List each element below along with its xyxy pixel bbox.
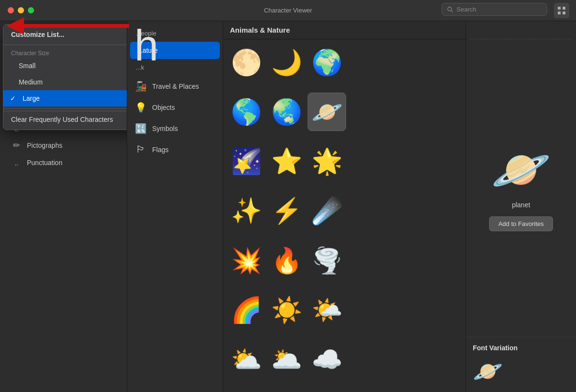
svg-rect-2 <box>558 7 561 10</box>
categories-panel: ...eople ...ature ...k 🚂 Travel & Places… <box>127 21 223 392</box>
emoji-cell[interactable]: ⭐ <box>267 143 306 181</box>
svg-point-0 <box>448 7 452 11</box>
travel-icon: 🚂 <box>134 81 147 92</box>
emoji-cell[interactable]: ☄️ <box>308 192 346 230</box>
sidebar-item-pictographs[interactable]: ✏ Pictographs <box>3 136 124 154</box>
size-medium-item[interactable]: Medium <box>3 74 127 90</box>
character-size-label: Character Size <box>3 47 127 58</box>
category-label: ...eople <box>136 30 156 37</box>
flags-icon: 🏳 <box>134 144 147 155</box>
detail-name: planet <box>512 201 530 209</box>
emoji-cell[interactable]: 🌍 <box>308 43 346 82</box>
checkmark-icon: ✓ <box>10 95 16 102</box>
category-label: Travel & Places <box>152 83 199 90</box>
emoji-cell[interactable]: 🌥️ <box>267 341 306 379</box>
emoji-cell[interactable]: 🌪️ <box>308 241 346 280</box>
emoji-cell[interactable]: ☁️ <box>308 341 346 379</box>
emoji-grid: 🌕 🌙 🌍 🌎 🌏 🪐 🌠 ⭐ 🌟 ✨ ⚡ ☄️ 💥 🔥 🌪️ 🌈 ☀️ 🌤️ … <box>223 39 466 392</box>
detail-top-border <box>470 25 572 39</box>
add-to-favorites-button[interactable]: Add to Favorites <box>489 216 553 231</box>
sidebar-item-label: Punctuation <box>27 159 62 166</box>
punctuation-icon: ,, <box>11 159 22 166</box>
category-symbols[interactable]: 🔣 Symbols <box>127 118 223 139</box>
customize-list-item[interactable]: Customize List... <box>3 26 127 43</box>
category-objects[interactable]: 💡 Objects <box>127 97 223 118</box>
emoji-cell[interactable]: 🌎 <box>227 93 265 131</box>
gear-area: ▾ Customize List... Character Size Small… <box>0 21 127 42</box>
category-people[interactable]: ...eople <box>127 25 223 42</box>
maximize-button[interactable] <box>28 7 34 13</box>
category-label: ...k <box>136 64 144 71</box>
emoji-cell[interactable]: 🌕 <box>227 43 265 82</box>
symbols-icon: 🔣 <box>134 123 147 134</box>
main-layout: ▾ Customize List... Character Size Small… <box>0 21 576 392</box>
category-blank: ...k <box>127 59 223 76</box>
emoji-cell[interactable]: ⛅ <box>227 341 265 379</box>
dropdown-menu: Customize List... Character Size Small M… <box>3 24 127 130</box>
size-large-item[interactable]: ✓ Large <box>3 90 127 107</box>
category-travel[interactable]: 🚂 Travel & Places <box>127 76 223 97</box>
emoji-panel-header: Animals & Nature <box>223 21 466 39</box>
dropdown-divider-1 <box>3 45 127 45</box>
emoji-cell[interactable]: 💥 <box>227 241 265 280</box>
emoji-cell[interactable]: 🌙 <box>267 43 306 82</box>
category-label: Flags <box>152 146 168 154</box>
svg-line-1 <box>451 10 453 12</box>
objects-icon: 💡 <box>134 102 147 113</box>
emoji-panel: Animals & Nature 🌕 🌙 🌍 🌎 🌏 🪐 🌠 ⭐ 🌟 ✨ ⚡ ☄… <box>223 21 466 392</box>
svg-rect-4 <box>558 12 561 14</box>
window-title: Character Viewer <box>264 7 312 14</box>
detail-top: 🪐 planet Add to Favorites <box>466 39 576 337</box>
grid-icon <box>557 6 566 15</box>
clear-frequently-used-item[interactable]: Clear Frequently Used Characters <box>3 111 127 128</box>
sidebar-item-label: Pictographs <box>27 142 62 149</box>
category-label: Symbols <box>152 125 178 132</box>
emoji-cell[interactable]: 🌟 <box>308 143 346 181</box>
emoji-cell[interactable]: 🔥 <box>267 241 306 280</box>
pictographs-icon: ✏ <box>11 140 22 151</box>
emoji-cell[interactable]: ⚡ <box>267 192 306 230</box>
sidebar-item-punctuation[interactable]: ,, Punctuation <box>3 155 124 170</box>
emoji-cell[interactable]: 🌈 <box>227 291 265 329</box>
category-flags[interactable]: 🏳 Flags <box>127 139 223 160</box>
minimize-button[interactable] <box>18 7 24 13</box>
title-bar: Character Viewer <box>0 0 576 21</box>
emoji-cell[interactable]: ☀️ <box>267 291 306 329</box>
emoji-cell[interactable]: 🌏 <box>267 93 306 131</box>
dropdown-divider-2 <box>3 108 127 109</box>
detail-panel: 🪐 planet Add to Favorites Font Variation… <box>466 21 576 392</box>
svg-rect-5 <box>563 12 565 14</box>
category-label: Objects <box>152 104 175 111</box>
font-variation-title: Font Variation <box>473 344 569 352</box>
emoji-cell[interactable]: 🌤️ <box>308 291 346 329</box>
size-small-item[interactable]: Small <box>3 58 127 74</box>
category-label: ...ature <box>137 47 158 54</box>
detail-emoji: 🪐 <box>491 145 551 193</box>
grid-view-button[interactable] <box>554 3 569 18</box>
close-button[interactable] <box>8 7 14 13</box>
emoji-cell[interactable]: ✨ <box>227 192 265 230</box>
search-input[interactable] <box>456 6 542 13</box>
font-variation-emoji: 🪐 <box>473 357 569 385</box>
emoji-cell[interactable]: 🌠 <box>227 143 265 181</box>
category-nature[interactable]: ...ature <box>130 42 220 59</box>
emoji-cell-selected[interactable]: 🪐 <box>308 93 346 131</box>
detail-bottom: Font Variation 🪐 <box>466 337 576 392</box>
window-controls <box>8 7 34 13</box>
search-area <box>442 3 547 16</box>
svg-rect-3 <box>563 7 565 10</box>
sidebar: ▾ Customize List... Character Size Small… <box>0 21 127 392</box>
search-icon <box>447 6 454 13</box>
